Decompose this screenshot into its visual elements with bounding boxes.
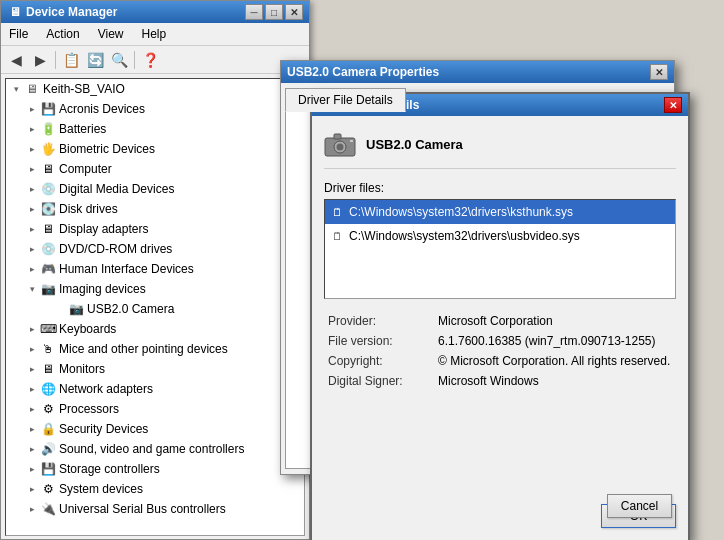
camera-icon [324,128,356,160]
biometric-label: Biometric Devices [59,140,155,158]
tree-item-monitors[interactable]: ▸ 🖥 Monitors [6,359,304,379]
dvd-expander[interactable]: ▸ [24,241,40,257]
tree-item-disk[interactable]: ▸ 💽 Disk drives [6,199,304,219]
processors-expander[interactable]: ▸ [24,401,40,417]
maximize-button[interactable]: □ [265,4,283,20]
disk-label: Disk drives [59,200,118,218]
device-manager-icon: 🖥 [7,4,23,20]
menu-action[interactable]: Action [42,25,83,43]
toolbar-forward[interactable]: ▶ [29,49,51,71]
root-expander[interactable]: ▾ [8,81,24,97]
provider-value: Microsoft Corporation [434,311,676,331]
driver-file-item-0[interactable]: 🗒 C:\Windows\system32\drivers\ksthunk.sy… [325,200,675,224]
tree-item-usb[interactable]: ▸ 🔌 Universal Serial Bus controllers [6,499,304,519]
usb-expander[interactable]: ▸ [24,501,40,517]
usb-close-button[interactable]: ✕ [650,64,668,80]
toolbar-update[interactable]: 🔄 [84,49,106,71]
driver-file-path-1: C:\Windows\system32\drivers\usbvideo.sys [349,226,580,246]
driver-file-item-1[interactable]: 🗒 C:\Windows\system32\drivers\usbvideo.s… [325,224,675,248]
device-manager-window: 🖥 Device Manager ─ □ ✕ File Action View … [0,0,310,540]
toolbar-properties[interactable]: 📋 [60,49,82,71]
dvd-icon: 💿 [40,241,56,257]
menu-view[interactable]: View [94,25,128,43]
biometric-expander[interactable]: ▸ [24,141,40,157]
camera-svg [324,130,356,158]
minimize-button[interactable]: ─ [245,4,263,20]
usb-tab-driver[interactable]: Driver File Details [285,88,406,112]
disk-expander[interactable]: ▸ [24,201,40,217]
copyright-value: © Microsoft Corporation. All rights rese… [434,351,676,371]
tree-item-imaging[interactable]: ▾ 📷 Imaging devices [6,279,304,299]
monitors-expander[interactable]: ▸ [24,361,40,377]
file-icon-1: 🗒 [329,228,345,244]
tree-item-network[interactable]: ▸ 🌐 Network adapters [6,379,304,399]
tree-item-biometric[interactable]: ▸ 🖐 Biometric Devices [6,139,304,159]
digital-icon: 💿 [40,181,56,197]
tree-item-processors[interactable]: ▸ ⚙ Processors [6,399,304,419]
info-row-copyright: Copyright: © Microsoft Corporation. All … [324,351,676,371]
imaging-expander[interactable]: ▾ [24,281,40,297]
display-expander[interactable]: ▸ [24,221,40,237]
hid-expander[interactable]: ▸ [24,261,40,277]
tree-root[interactable]: ▾ 🖥 Keith-SB_VAIO [6,79,304,99]
imaging-label: Imaging devices [59,280,146,298]
network-icon: 🌐 [40,381,56,397]
tree-item-computer[interactable]: ▸ 🖥 Computer [6,159,304,179]
tree-root-label: Keith-SB_VAIO [43,80,125,98]
tree-item-hid[interactable]: ▸ 🎮 Human Interface Devices [6,259,304,279]
tree-item-sound[interactable]: ▸ 🔊 Sound, video and game controllers [6,439,304,459]
monitors-label: Monitors [59,360,105,378]
computer-expander[interactable]: ▸ [24,161,40,177]
menu-help[interactable]: Help [138,25,171,43]
toolbar-scan[interactable]: 🔍 [108,49,130,71]
provider-label: Provider: [324,311,434,331]
imaging-icon: 📷 [40,281,56,297]
toolbar: ◀ ▶ 📋 🔄 🔍 ❓ [1,46,309,74]
tree-item-system[interactable]: ▸ ⚙ System devices [6,479,304,499]
tree-item-usb2cam[interactable]: ▸ 📷 USB2.0 Camera [6,299,304,319]
batteries-expander[interactable]: ▸ [24,121,40,137]
tree-item-dvd[interactable]: ▸ 💿 DVD/CD-ROM drives [6,239,304,259]
driver-close-button[interactable]: ✕ [664,97,682,113]
toolbar-back[interactable]: ◀ [5,49,27,71]
tree-item-display[interactable]: ▸ 🖥 Display adapters [6,219,304,239]
signer-value: Microsoft Windows [434,371,676,391]
mice-expander[interactable]: ▸ [24,341,40,357]
svg-rect-3 [334,134,341,139]
digital-expander[interactable]: ▸ [24,181,40,197]
security-expander[interactable]: ▸ [24,421,40,437]
storage-expander[interactable]: ▸ [24,461,40,477]
tree-item-security[interactable]: ▸ 🔒 Security Devices [6,419,304,439]
computer-label: Computer [59,160,112,178]
security-icon: 🔒 [40,421,56,437]
close-button[interactable]: ✕ [285,4,303,20]
copyright-label: Copyright: [324,351,434,371]
security-label: Security Devices [59,420,148,438]
acronis-expander[interactable]: ▸ [24,101,40,117]
sound-icon: 🔊 [40,441,56,457]
tree-item-mice[interactable]: ▸ 🖱 Mice and other pointing devices [6,339,304,359]
sound-expander[interactable]: ▸ [24,441,40,457]
tree-item-acronis[interactable]: ▸ 💾 Acronis Devices [6,99,304,119]
tree-item-keyboards[interactable]: ▸ ⌨ Keyboards [6,319,304,339]
system-expander[interactable]: ▸ [24,481,40,497]
cancel-button[interactable]: Cancel [607,494,672,518]
menubar: File Action View Help [1,23,309,46]
device-tree[interactable]: ▾ 🖥 Keith-SB_VAIO ▸ 💾 Acronis Devices ▸ … [5,78,305,536]
fileversion-label: File version: [324,331,434,351]
tree-item-batteries[interactable]: ▸ 🔋 Batteries [6,119,304,139]
driver-header: USB2.0 Camera [324,128,676,169]
usb-icon: 🔌 [40,501,56,517]
keyboards-expander[interactable]: ▸ [24,321,40,337]
menu-file[interactable]: File [5,25,32,43]
tree-item-digital[interactable]: ▸ 💿 Digital Media Devices [6,179,304,199]
usb2cam-icon: 📷 [68,301,84,317]
tree-item-storage[interactable]: ▸ 💾 Storage controllers [6,459,304,479]
network-label: Network adapters [59,380,153,398]
driver-files-list[interactable]: 🗒 C:\Windows\system32\drivers\ksthunk.sy… [324,199,676,299]
monitors-icon: 🖥 [40,361,56,377]
toolbar-help[interactable]: ❓ [139,49,161,71]
biometric-icon: 🖐 [40,141,56,157]
network-expander[interactable]: ▸ [24,381,40,397]
mice-label: Mice and other pointing devices [59,340,228,358]
